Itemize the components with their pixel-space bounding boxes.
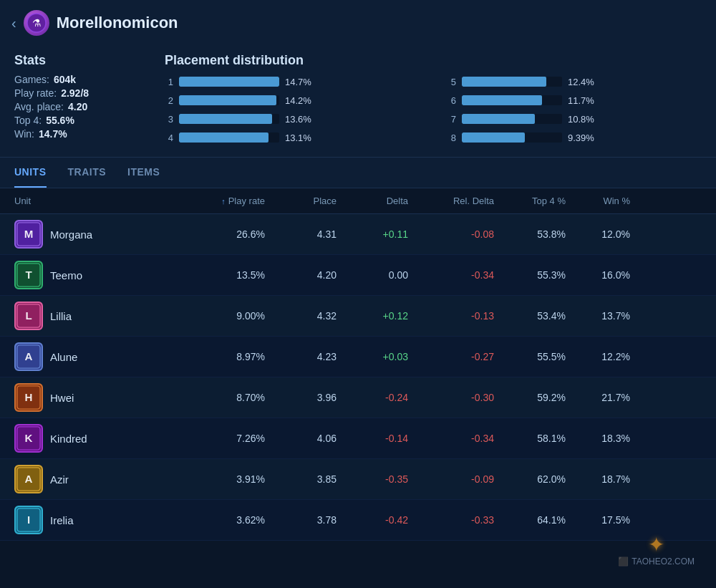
svg-text:A: A	[25, 350, 33, 362]
tab-items[interactable]: ITEMS	[127, 158, 160, 188]
win-cell: 12.0%	[566, 228, 630, 240]
placement-bar-container	[179, 114, 279, 124]
placement-row: 4 13.1%	[165, 130, 419, 145]
unit-cell: A Alune	[14, 342, 172, 371]
table-header: Unit↑Play ratePlaceDeltaRel. DeltaTop 4 …	[0, 188, 716, 214]
placement-row: 6 11.7%	[448, 92, 702, 108]
unit-avatar: M	[14, 220, 43, 249]
placement-row: 1 14.7%	[165, 74, 419, 90]
placement-bar	[462, 114, 535, 124]
column-header-rel--delta[interactable]: Rel. Delta	[408, 196, 494, 206]
rel-delta-cell: -0.34	[408, 269, 494, 281]
placement-pct: 14.7%	[285, 77, 312, 87]
placement-pct: 13.1%	[285, 132, 312, 143]
unit-cell: L Lillia	[14, 302, 172, 330]
placement-num: 5	[448, 77, 456, 87]
column-header-place[interactable]: Place	[265, 196, 337, 206]
unit-cell: A Azir	[14, 465, 172, 493]
column-header-delta[interactable]: Delta	[337, 196, 408, 206]
column-header---play-rate[interactable]: ↑Play rate	[172, 196, 265, 206]
placement-grid: 1 14.7% 2 14.2% 3 13.6% 4 13.1% 5 12.4% …	[165, 74, 702, 145]
play-rate-cell: 13.5%	[172, 269, 265, 281]
placement-bar-container	[462, 95, 562, 105]
delta-cell: +0.03	[337, 351, 408, 362]
place-cell: 3.96	[265, 392, 337, 403]
table-container: Unit↑Play ratePlaceDeltaRel. DeltaTop 4 …	[0, 188, 716, 541]
table-row: T Teemo 13.5% 4.20 0.00 -0.34 55.3% 16.0…	[0, 255, 716, 296]
placement-pct: 12.4%	[568, 77, 595, 87]
table-row: K Kindred 7.26% 4.06 -0.14 -0.34 58.1% 1…	[0, 418, 716, 459]
win-cell: 18.3%	[566, 433, 630, 444]
play-rate-cell: 8.97%	[172, 351, 265, 362]
delta-cell: -0.42	[337, 514, 408, 526]
placement-bar	[462, 77, 546, 87]
item-icon: ⚗	[24, 10, 49, 36]
stat-row: Play rate:2.92/8	[14, 87, 136, 99]
placement-bar-container	[462, 77, 562, 87]
top4-cell: 55.3%	[494, 269, 566, 281]
play-rate-cell: 8.70%	[172, 392, 265, 403]
placement-section: Placement distribution 1 14.7% 2 14.2% 3…	[165, 53, 702, 145]
placement-num: 1	[165, 77, 173, 87]
unit-name: Alune	[50, 351, 77, 363]
placement-bar-container	[462, 132, 562, 143]
placement-row: 5 12.4%	[448, 74, 702, 90]
column-header-top-4--[interactable]: Top 4 %	[494, 196, 566, 206]
stat-row: Top 4:55.6%	[14, 115, 136, 126]
unit-name: Irelia	[50, 514, 74, 526]
stat-label: Play rate:	[14, 87, 57, 99]
table-body: M Morgana 26.6% 4.31 +0.11 -0.08 53.8% 1…	[0, 214, 716, 541]
rel-delta-cell: -0.08	[408, 228, 494, 240]
unit-avatar: H	[14, 383, 43, 412]
placement-num: 3	[165, 114, 173, 125]
stat-label: Games:	[14, 74, 49, 85]
back-button[interactable]: ‹	[11, 16, 16, 30]
place-cell: 4.20	[265, 269, 337, 281]
top4-cell: 53.8%	[494, 228, 566, 240]
stat-value: 604k	[54, 74, 76, 85]
svg-text:⚗: ⚗	[32, 17, 41, 29]
placement-num: 4	[165, 132, 173, 143]
stat-row: Games:604k	[14, 74, 136, 85]
win-cell: 12.2%	[566, 351, 630, 362]
placement-bar-container	[179, 77, 279, 87]
unit-cell: I Irelia	[14, 506, 172, 534]
table-row: M Morgana 26.6% 4.31 +0.11 -0.08 53.8% 1…	[0, 214, 716, 255]
table-row: A Azir 3.91% 3.85 -0.35 -0.09 62.0% 18.7…	[0, 459, 716, 500]
unit-name: Azir	[50, 473, 69, 486]
column-header-win--[interactable]: Win %	[566, 196, 630, 206]
rel-delta-cell: -0.13	[408, 310, 494, 322]
placement-bar	[179, 132, 268, 143]
top4-cell: 55.5%	[494, 351, 566, 362]
table-row: I Irelia 3.62% 3.78 -0.42 -0.33 64.1% 17…	[0, 500, 716, 541]
star-icon: ✦	[648, 533, 664, 556]
unit-name: Kindred	[50, 433, 87, 445]
sort-arrow: ↑	[221, 197, 226, 206]
svg-text:T: T	[25, 269, 32, 281]
tab-traits[interactable]: TRAITS	[68, 158, 107, 188]
watermark: ✦ ⬛TAOHEO2.COM	[618, 533, 695, 567]
unit-avatar: A	[14, 342, 43, 371]
placement-pct: 13.6%	[285, 114, 312, 125]
unit-avatar: A	[14, 465, 43, 493]
top4-cell: 64.1%	[494, 514, 566, 526]
tab-units[interactable]: UNITS	[14, 158, 47, 188]
unit-avatar: I	[14, 506, 43, 534]
win-cell: 18.7%	[566, 473, 630, 485]
placement-row: 7 10.8%	[448, 111, 702, 127]
placement-row: 3 13.6%	[165, 111, 419, 127]
top4-cell: 58.1%	[494, 433, 566, 444]
stat-value: 4.20	[68, 101, 87, 112]
rel-delta-cell: -0.09	[408, 473, 494, 485]
placement-row: 8 9.39%	[448, 130, 702, 145]
placement-num: 8	[448, 132, 456, 143]
place-cell: 4.06	[265, 433, 337, 444]
column-header-unit[interactable]: Unit	[14, 196, 172, 206]
unit-cell: T Teemo	[14, 261, 172, 289]
svg-text:M: M	[24, 228, 34, 240]
placement-bar	[179, 77, 279, 87]
delta-cell: +0.11	[337, 228, 408, 240]
play-rate-cell: 3.91%	[172, 473, 265, 485]
table-row: H Hwei 8.70% 3.96 -0.24 -0.30 59.2% 21.7…	[0, 377, 716, 418]
play-rate-cell: 7.26%	[172, 433, 265, 444]
